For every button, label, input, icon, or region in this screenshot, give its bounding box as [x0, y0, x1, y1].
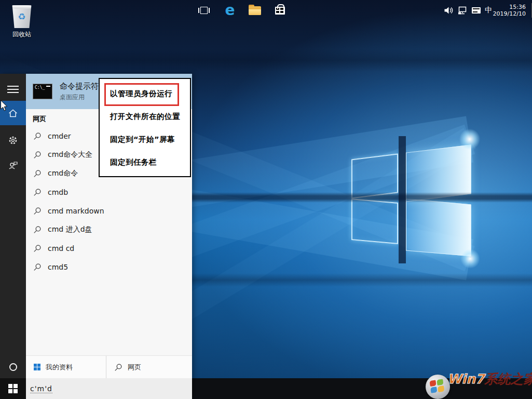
file-explorer-icon [249, 6, 261, 15]
search-scope-bar: 我的资料 网页 [26, 355, 192, 378]
watermark-text: Win7系统之家 [447, 370, 532, 388]
windows-start-icon [8, 384, 18, 393]
suggestion-label: cmd命令大全 [48, 150, 92, 159]
menu-item-pin-to-taskbar[interactable]: 固定到任务栏 [100, 151, 190, 174]
mouse-cursor [0, 100, 8, 112]
store-icon [275, 7, 285, 15]
web-search-label: 网页 [128, 363, 141, 372]
panel-spacer [26, 276, 192, 355]
search-icon [33, 169, 42, 178]
suggestion-label: cmd 进入d盘 [48, 225, 92, 234]
recycle-symbol-icon: ♻ [11, 11, 32, 22]
edge-taskbar-button[interactable]: e [219, 0, 241, 21]
result-title: 命令提示符 [60, 82, 99, 91]
task-view-icon [198, 6, 210, 15]
windows-logo-pane [351, 198, 398, 244]
my-stuff-label: 我的资料 [46, 363, 73, 372]
search-suggestion[interactable]: cmdb [26, 183, 192, 202]
edge-icon: e [225, 3, 235, 18]
search-icon [33, 244, 42, 252]
suggestion-label: cmd命令 [48, 169, 78, 178]
windows-flag-icon [429, 379, 445, 394]
cortana-icon [9, 363, 17, 371]
result-subtitle: 桌面应用 [60, 93, 99, 102]
corner-glow [455, 125, 484, 154]
network-button[interactable] [455, 0, 470, 21]
feedback-button[interactable] [0, 155, 26, 176]
suggestion-label: cmdb [48, 188, 68, 196]
home-icon [8, 108, 18, 118]
search-icon [33, 225, 42, 234]
search-rail [0, 74, 26, 399]
my-stuff-button[interactable]: 我的资料 [26, 356, 106, 378]
search-icon [33, 132, 42, 140]
suggestion-label: cmd markdown [48, 207, 104, 215]
settings-button[interactable] [0, 130, 26, 151]
web-search-button[interactable]: 网页 [106, 356, 141, 378]
search-icon [33, 207, 42, 215]
watermark-site: 系统之家 [484, 371, 532, 387]
store-taskbar-button[interactable] [269, 0, 291, 21]
search-suggestion[interactable]: cmd markdown [26, 202, 192, 220]
corner-glow [457, 245, 484, 272]
search-suggestion[interactable]: cmd5 [26, 258, 192, 276]
task-view-button[interactable] [193, 0, 215, 21]
menu-item-run-as-admin[interactable]: 以管理员身份运行 [100, 82, 190, 105]
suggestion-label: cmd cd [48, 244, 74, 252]
windows-logo-gap [399, 136, 406, 263]
file-explorer-taskbar-button[interactable] [244, 0, 266, 21]
my-stuff-windows-icon [34, 364, 40, 370]
search-suggestion[interactable]: cmd cd [26, 239, 192, 258]
touch-keyboard-button[interactable] [470, 0, 482, 21]
recycle-bin-shortcut[interactable]: ♻ 回收站 [7, 5, 36, 39]
volume-button[interactable] [442, 0, 455, 21]
hamburger-icon [7, 84, 19, 95]
search-icon [33, 263, 42, 271]
search-input[interactable]: c'm'd [26, 378, 192, 399]
recycle-bin-icon: ♻ [11, 5, 32, 28]
menu-item-open-file-location[interactable]: 打开文件所在的位置 [100, 105, 190, 128]
ethernet-network-icon [458, 6, 467, 15]
cortana-button[interactable] [0, 356, 26, 377]
gear-icon [8, 135, 18, 145]
search-icon [33, 188, 42, 196]
start-button[interactable] [0, 378, 26, 399]
search-suggestion[interactable]: cmd 进入d盘 [26, 220, 192, 239]
menu-item-pin-to-start[interactable]: 固定到“开始”屏幕 [100, 128, 190, 151]
clock-time: 15:36 [509, 4, 526, 10]
command-prompt-icon: C:\_ [33, 84, 52, 99]
person-feedback-icon [8, 160, 18, 170]
wallpaper-band [0, 49, 532, 72]
search-icon [114, 363, 122, 371]
context-menu: 以管理员身份运行 打开文件所在的位置 固定到“开始”屏幕 固定到任务栏 [99, 78, 191, 177]
volume-icon [444, 6, 453, 15]
win7-site-logo-watermark [426, 375, 450, 399]
recycle-bin-label: 回收站 [7, 30, 36, 39]
suggestion-label: cmder [48, 132, 71, 140]
touch-keyboard-icon [472, 7, 481, 14]
search-query-text: c'm'd [30, 384, 52, 393]
clock-date: 2019/12/10 [493, 10, 526, 17]
watermark-brand: Win7 [447, 371, 484, 387]
suggestion-label: cmd5 [48, 263, 68, 271]
hamburger-menu-button[interactable] [0, 79, 26, 100]
clock[interactable]: 15:36 2019/12/10 [496, 0, 526, 21]
search-icon [33, 151, 42, 159]
